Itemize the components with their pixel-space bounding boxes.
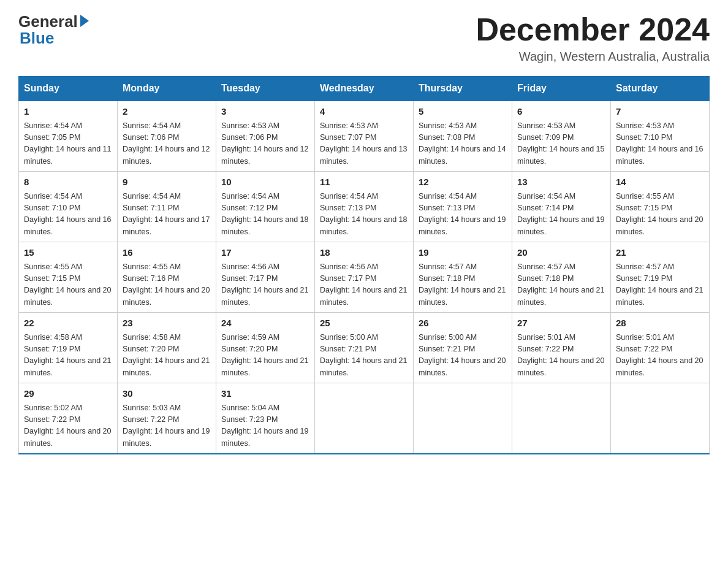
day-info: Sunrise: 5:00 AMSunset: 7:21 PMDaylight:… [419,332,507,380]
day-number: 10 [221,175,309,190]
day-info: Sunrise: 4:54 AMSunset: 7:13 PMDaylight:… [419,191,507,239]
day-info: Sunrise: 5:04 AMSunset: 7:23 PMDaylight:… [221,402,309,450]
day-info: Sunrise: 4:54 AMSunset: 7:05 PMDaylight:… [24,120,112,168]
day-info: Sunrise: 4:53 AMSunset: 7:08 PMDaylight:… [419,120,507,168]
day-number: 23 [123,316,211,331]
day-number: 15 [24,246,112,260]
calendar-cell: 16Sunrise: 4:55 AMSunset: 7:16 PMDayligh… [118,242,216,313]
month-title: December 2024 [476,12,710,47]
calendar-cell: 30Sunrise: 5:03 AMSunset: 7:22 PMDayligh… [118,383,216,454]
calendar-week-row: 15Sunrise: 4:55 AMSunset: 7:15 PMDayligh… [19,242,710,313]
calendar-week-row: 1Sunrise: 4:54 AMSunset: 7:05 PMDaylight… [19,101,710,172]
day-info: Sunrise: 4:54 AMSunset: 7:11 PMDaylight:… [123,191,211,239]
day-info: Sunrise: 4:58 AMSunset: 7:20 PMDaylight:… [123,332,211,380]
calendar-cell: 12Sunrise: 4:54 AMSunset: 7:13 PMDayligh… [414,172,512,242]
day-info: Sunrise: 5:01 AMSunset: 7:22 PMDaylight:… [616,332,704,380]
col-header-tuesday: Tuesday [216,77,315,101]
calendar-cell [414,383,512,454]
calendar-cell: 26Sunrise: 5:00 AMSunset: 7:21 PMDayligh… [414,313,512,383]
calendar-cell: 25Sunrise: 5:00 AMSunset: 7:21 PMDayligh… [315,313,414,383]
logo-blue-text: Blue [18,29,54,48]
day-number: 24 [221,316,309,331]
day-number: 3 [221,105,309,119]
day-info: Sunrise: 4:58 AMSunset: 7:19 PMDaylight:… [24,332,112,380]
day-info: Sunrise: 4:54 AMSunset: 7:13 PMDaylight:… [320,191,408,239]
day-number: 22 [24,316,112,331]
day-number: 20 [517,246,605,260]
calendar-cell [315,383,414,454]
day-info: Sunrise: 5:02 AMSunset: 7:22 PMDaylight:… [24,402,112,450]
calendar-cell: 15Sunrise: 4:55 AMSunset: 7:15 PMDayligh… [19,242,118,313]
day-number: 21 [616,246,704,260]
calendar-cell: 20Sunrise: 4:57 AMSunset: 7:18 PMDayligh… [512,242,611,313]
calendar-cell: 21Sunrise: 4:57 AMSunset: 7:19 PMDayligh… [611,242,710,313]
day-info: Sunrise: 4:56 AMSunset: 7:17 PMDaylight:… [221,261,309,309]
calendar-week-row: 8Sunrise: 4:54 AMSunset: 7:10 PMDaylight… [19,172,710,242]
calendar-week-row: 29Sunrise: 5:02 AMSunset: 7:22 PMDayligh… [19,383,710,454]
day-info: Sunrise: 4:54 AMSunset: 7:14 PMDaylight:… [517,191,605,239]
day-info: Sunrise: 4:56 AMSunset: 7:17 PMDaylight:… [320,261,408,309]
calendar-cell: 14Sunrise: 4:55 AMSunset: 7:15 PMDayligh… [611,172,710,242]
day-info: Sunrise: 4:53 AMSunset: 7:09 PMDaylight:… [517,120,605,168]
day-number: 17 [221,246,309,260]
day-number: 4 [320,105,408,119]
day-number: 31 [221,387,309,401]
calendar-week-row: 22Sunrise: 4:58 AMSunset: 7:19 PMDayligh… [19,313,710,383]
location-text: Wagin, Western Australia, Australia [476,50,710,64]
day-info: Sunrise: 4:53 AMSunset: 7:07 PMDaylight:… [320,120,408,168]
calendar-cell: 29Sunrise: 5:02 AMSunset: 7:22 PMDayligh… [19,383,118,454]
day-number: 30 [123,387,211,401]
calendar-cell: 28Sunrise: 5:01 AMSunset: 7:22 PMDayligh… [611,313,710,383]
day-info: Sunrise: 4:57 AMSunset: 7:18 PMDaylight:… [419,261,507,309]
col-header-monday: Monday [118,77,216,101]
day-info: Sunrise: 4:55 AMSunset: 7:16 PMDaylight:… [123,261,211,309]
calendar-cell: 27Sunrise: 5:01 AMSunset: 7:22 PMDayligh… [512,313,611,383]
calendar-cell: 22Sunrise: 4:58 AMSunset: 7:19 PMDayligh… [19,313,118,383]
day-number: 2 [123,105,211,119]
col-header-wednesday: Wednesday [315,77,414,101]
day-number: 16 [123,246,211,260]
day-number: 13 [517,175,605,190]
day-info: Sunrise: 5:01 AMSunset: 7:22 PMDaylight:… [517,332,605,380]
calendar-cell: 13Sunrise: 4:54 AMSunset: 7:14 PMDayligh… [512,172,611,242]
day-number: 26 [419,316,507,331]
day-number: 1 [24,105,112,119]
day-number: 12 [419,175,507,190]
day-number: 18 [320,246,408,260]
day-info: Sunrise: 4:59 AMSunset: 7:20 PMDaylight:… [221,332,309,380]
col-header-friday: Friday [512,77,611,101]
calendar-cell: 8Sunrise: 4:54 AMSunset: 7:10 PMDaylight… [19,172,118,242]
day-info: Sunrise: 4:54 AMSunset: 7:06 PMDaylight:… [123,120,211,168]
calendar-cell: 17Sunrise: 4:56 AMSunset: 7:17 PMDayligh… [216,242,315,313]
col-header-sunday: Sunday [19,77,118,101]
day-number: 8 [24,175,112,190]
calendar-table: SundayMondayTuesdayWednesdayThursdayFrid… [18,76,710,454]
calendar-cell: 4Sunrise: 4:53 AMSunset: 7:07 PMDaylight… [315,101,414,172]
day-number: 6 [517,105,605,119]
day-info: Sunrise: 4:54 AMSunset: 7:10 PMDaylight:… [24,191,112,239]
calendar-cell: 5Sunrise: 4:53 AMSunset: 7:08 PMDaylight… [414,101,512,172]
calendar-cell: 24Sunrise: 4:59 AMSunset: 7:20 PMDayligh… [216,313,315,383]
title-area: December 2024 Wagin, Western Australia, … [476,12,710,64]
day-number: 29 [24,387,112,401]
day-info: Sunrise: 4:57 AMSunset: 7:19 PMDaylight:… [616,261,704,309]
logo: General Blue [18,12,89,48]
day-info: Sunrise: 4:53 AMSunset: 7:06 PMDaylight:… [221,120,309,168]
calendar-cell: 6Sunrise: 4:53 AMSunset: 7:09 PMDaylight… [512,101,611,172]
calendar-cell: 18Sunrise: 4:56 AMSunset: 7:17 PMDayligh… [315,242,414,313]
day-number: 14 [616,175,704,190]
calendar-cell: 10Sunrise: 4:54 AMSunset: 7:12 PMDayligh… [216,172,315,242]
day-number: 11 [320,175,408,190]
page-header: General Blue December 2024 Wagin, Wester… [18,12,710,64]
calendar-cell: 19Sunrise: 4:57 AMSunset: 7:18 PMDayligh… [414,242,512,313]
calendar-cell: 3Sunrise: 4:53 AMSunset: 7:06 PMDaylight… [216,101,315,172]
day-number: 9 [123,175,211,190]
day-number: 27 [517,316,605,331]
day-number: 25 [320,316,408,331]
day-number: 19 [419,246,507,260]
calendar-cell: 9Sunrise: 4:54 AMSunset: 7:11 PMDaylight… [118,172,216,242]
day-number: 5 [419,105,507,119]
calendar-cell: 11Sunrise: 4:54 AMSunset: 7:13 PMDayligh… [315,172,414,242]
calendar-cell: 1Sunrise: 4:54 AMSunset: 7:05 PMDaylight… [19,101,118,172]
day-info: Sunrise: 4:57 AMSunset: 7:18 PMDaylight:… [517,261,605,309]
